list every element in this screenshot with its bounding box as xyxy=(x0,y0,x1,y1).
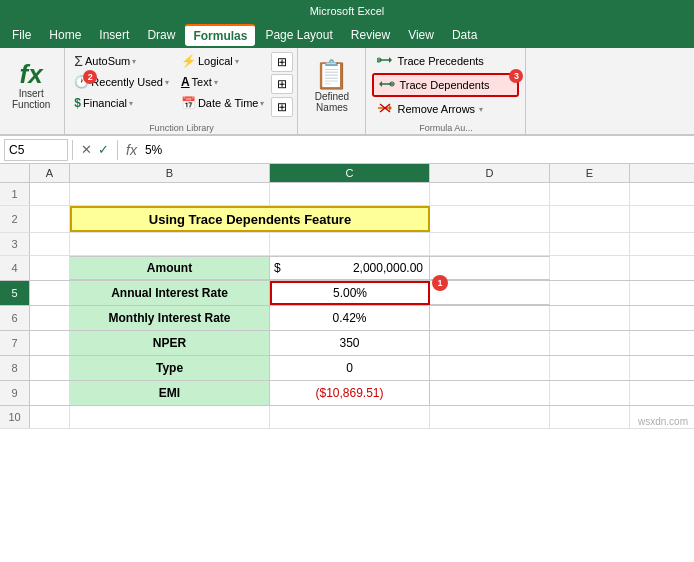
cell-6c-value[interactable]: 0.42% xyxy=(270,306,430,330)
trace-dependents-wrapper: Trace Dependents 3 xyxy=(372,73,519,97)
row-4: 4 Amount $ 2,000,000.00 xyxy=(0,256,694,281)
menu-insert[interactable]: Insert xyxy=(91,25,137,45)
spreadsheet: A B C D E 1 2 Using Trace Dependents Fea… xyxy=(0,164,694,429)
cell-9d[interactable] xyxy=(430,381,550,405)
remove-arrows-icon xyxy=(377,101,393,118)
cell-9b-label[interactable]: EMI xyxy=(70,381,270,405)
col-header-a[interactable]: A xyxy=(30,164,70,182)
callout-1: 1 xyxy=(432,275,448,291)
cell-10a[interactable] xyxy=(30,406,70,428)
more-fn-button-3[interactable]: ⊞ xyxy=(271,97,293,117)
menu-review[interactable]: Review xyxy=(343,25,398,45)
formula-auditing-label: Formula Au... xyxy=(366,123,525,133)
trace-precedents-button[interactable]: Trace Precedents xyxy=(372,51,519,71)
sigma-icon: Σ xyxy=(74,53,83,69)
col-header-e[interactable]: E xyxy=(550,164,630,182)
menu-file[interactable]: File xyxy=(4,25,39,45)
cell-10c[interactable] xyxy=(270,406,430,428)
cell-3e[interactable] xyxy=(550,233,630,255)
remove-arrows-button[interactable]: Remove Arrows ▾ xyxy=(372,99,519,119)
cell-1d[interactable] xyxy=(430,183,550,205)
insert-function-button[interactable]: fx InsertFunction xyxy=(6,58,56,113)
cell-4b-label[interactable]: Amount xyxy=(70,256,270,280)
text-button[interactable]: A Text ▾ xyxy=(176,72,270,92)
cell-7a[interactable] xyxy=(30,331,70,355)
cell-9c-value[interactable]: ($10,869.51) xyxy=(270,381,430,405)
cell-2e[interactable] xyxy=(550,206,630,232)
fx-formula-icon: fx xyxy=(122,142,141,158)
annual-rate-value: 5.00% xyxy=(333,286,367,300)
cell-10d[interactable] xyxy=(430,406,550,428)
cell-4d[interactable] xyxy=(430,256,550,280)
col-header-c[interactable]: C xyxy=(270,164,430,182)
cell-5e[interactable] xyxy=(550,281,630,305)
cell-9a[interactable] xyxy=(30,381,70,405)
date-time-label: Date & Time xyxy=(198,97,259,109)
more-fn-button-1[interactable]: ⊞ xyxy=(271,52,293,72)
menu-page-layout[interactable]: Page Layout xyxy=(257,25,340,45)
cell-5c-selected[interactable]: 5.00% 1 xyxy=(270,281,430,305)
cell-3a[interactable] xyxy=(30,233,70,255)
cell-8a[interactable] xyxy=(30,356,70,380)
cell-1b[interactable] xyxy=(70,183,270,205)
cell-1c[interactable] xyxy=(270,183,430,205)
date-time-button[interactable]: 📅 Date & Time ▾ xyxy=(176,93,270,113)
cell-3b[interactable] xyxy=(70,233,270,255)
cell-6b-label[interactable]: Monthly Interest Rate xyxy=(70,306,270,330)
cell-7e[interactable] xyxy=(550,331,630,355)
cell-3c[interactable] xyxy=(270,233,430,255)
cell-1a[interactable] xyxy=(30,183,70,205)
cell-6a[interactable] xyxy=(30,306,70,330)
col-header-b[interactable]: B xyxy=(70,164,270,182)
cell-6d[interactable] xyxy=(430,306,550,330)
more-fn-button-2[interactable]: ⊞ xyxy=(271,74,293,94)
cell-reference-box[interactable]: C5 xyxy=(4,139,68,161)
trace-dependents-label: Trace Dependents xyxy=(399,79,489,91)
confirm-formula-icon[interactable]: ✓ xyxy=(98,142,109,157)
menu-data[interactable]: Data xyxy=(444,25,485,45)
cell-1e[interactable] xyxy=(550,183,630,205)
autosum-button[interactable]: Σ AutoSum ▾ xyxy=(69,51,174,71)
col-header-d[interactable]: D xyxy=(430,164,550,182)
cell-7d[interactable] xyxy=(430,331,550,355)
cell-4c-value[interactable]: 2,000,000.00 xyxy=(300,256,430,280)
cell-4a[interactable] xyxy=(30,256,70,280)
cell-5d[interactable] xyxy=(430,281,550,305)
recently-used-button[interactable]: 🕐 Recently Used ▾ 2 xyxy=(69,72,174,92)
trace-dependents-button[interactable]: Trace Dependents 3 xyxy=(374,75,517,95)
cell-5a[interactable] xyxy=(30,281,70,305)
cell-8c-value[interactable]: 0 xyxy=(270,356,430,380)
cell-8d[interactable] xyxy=(430,356,550,380)
defined-names-button[interactable]: 📋 DefinedNames xyxy=(308,55,355,116)
svg-marker-7 xyxy=(389,105,392,111)
cell-7c-value[interactable]: 350 xyxy=(270,331,430,355)
nper-label: NPER xyxy=(153,336,186,350)
menu-draw[interactable]: Draw xyxy=(139,25,183,45)
cell-6e[interactable] xyxy=(550,306,630,330)
cell-3d[interactable] xyxy=(430,233,550,255)
cancel-formula-icon[interactable]: ✕ xyxy=(81,142,92,157)
menu-formulas[interactable]: Formulas xyxy=(185,24,255,46)
formula-input[interactable] xyxy=(145,143,690,157)
cell-10b[interactable] xyxy=(70,406,270,428)
cell-2b-title[interactable]: Using Trace Dependents Feature xyxy=(70,206,430,232)
cell-2d[interactable] xyxy=(430,206,550,232)
menu-view[interactable]: View xyxy=(400,25,442,45)
fn-col-2: ⚡ Logical ▾ A Text ▾ 📅 Date & Time ▾ xyxy=(176,51,270,118)
menu-home[interactable]: Home xyxy=(41,25,89,45)
cell-8e[interactable] xyxy=(550,356,630,380)
cell-7b-label[interactable]: NPER xyxy=(70,331,270,355)
grid-icon-2: ⊞ xyxy=(277,77,287,91)
logical-button[interactable]: ⚡ Logical ▾ xyxy=(176,51,270,71)
emi-value: ($10,869.51) xyxy=(315,386,383,400)
function-library-group: Σ AutoSum ▾ 🕐 Recently Used ▾ 2 $ Financ… xyxy=(65,48,298,134)
cell-8b-label[interactable]: Type xyxy=(70,356,270,380)
cell-4c-dollar[interactable]: $ xyxy=(270,256,300,280)
cell-2a[interactable] xyxy=(30,206,70,232)
cell-4e[interactable] xyxy=(550,256,630,280)
cell-9e[interactable] xyxy=(550,381,630,405)
cell-5b-label[interactable]: Annual Interest Rate xyxy=(70,281,270,305)
logical-arrow: ▾ xyxy=(235,57,239,66)
cell-10e[interactable] xyxy=(550,406,630,428)
financial-button[interactable]: $ Financial ▾ xyxy=(69,93,174,113)
